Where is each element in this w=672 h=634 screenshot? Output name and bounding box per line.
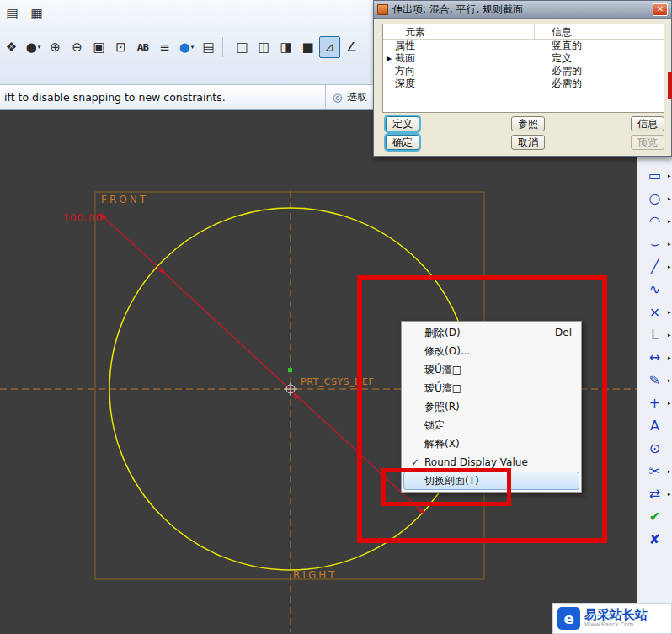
menu-item-explain[interactable]: 解释(X) [403,434,579,453]
dimension-line[interactable] [99,213,425,514]
define-button[interactable]: 定义 [386,116,419,131]
palette-tool-icon[interactable]: ⊙ [638,437,672,460]
dropdown-arrow-icon[interactable]: ▾ [191,44,195,51]
menu-item-modify[interactable]: 修改(O)... [403,342,579,360]
menu-item-garbled-2[interactable]: 瑷Ú澶□ [403,379,579,397]
element-info: 竖直的 [535,40,664,52]
flyout-arrow-icon[interactable]: ▸ [668,354,671,361]
dropdown-arrow-icon[interactable]: ▾ [38,44,41,51]
green-vertex-dot[interactable] [288,368,292,372]
spin-center-icon[interactable]: ❖ [1,36,22,58]
annotation-icon[interactable]: AB [132,36,153,58]
zoom-window-icon[interactable]: ▣ [88,36,109,58]
refit-icon[interactable]: ⊡ [110,36,131,58]
dialog-titlebar[interactable]: 伸出项: 混合, 平行, 规则截面 ✕ [374,1,671,19]
point-tool-icon[interactable]: ×▸ [638,301,672,323]
refs-button[interactable]: 参照 [511,116,545,131]
check-icon: ✓ [406,456,424,468]
cancel-button[interactable]: 取消 [511,135,545,150]
layers-icon[interactable]: ≡ [154,36,175,58]
sketch-page-icon[interactable]: ▤ [2,3,23,24]
line-tool-icon[interactable]: ╱▸ [638,255,672,278]
display-style-icon[interactable]: ▤ [198,36,219,58]
circle-tool-icon[interactable]: ○▸ [638,187,672,210]
menu-item-delete[interactable]: 删除(D) Del [403,323,579,342]
zoom-in-icon[interactable]: ⊕ [45,36,66,58]
element-row[interactable]: 方向 必需的 [383,65,664,77]
rectangle-tool-icon[interactable]: ▭▸ [638,164,672,187]
element-list[interactable]: 元素 信息 属性 竖直的 ▶ 截面 定义 方向 必需的 深度 必需的 [382,24,664,113]
flyout-arrow-icon[interactable]: ▸ [668,400,671,407]
element-name: 截面 [395,52,535,65]
fillet-tool-icon[interactable]: ⌣▸ [638,232,672,255]
menu-item-toggle-section[interactable]: 切换剖面(T) [403,472,579,490]
wireframe-view-icon[interactable]: □ [232,36,253,58]
dimension-value[interactable]: 100.00 [62,212,103,224]
menu-item-label: 瑷Ú澶□ [424,363,572,377]
front-datum-label[interactable]: FRONT [101,194,148,205]
flyout-arrow-icon[interactable]: ▸ [668,491,671,498]
no-hidden-view-icon[interactable]: ◨ [275,36,296,58]
flyout-arrow-icon[interactable]: ▸ [668,173,671,179]
modify-tool-icon[interactable]: ✎▸ [638,369,672,392]
hidden-line-view-icon[interactable]: ◫ [253,36,275,58]
angle-snap-icon[interactable]: ∠ [341,36,362,58]
sketch-view-icon[interactable]: ⊿ [319,36,340,58]
trim-tool-icon[interactable]: ✂▸ [638,460,672,482]
menu-item-references[interactable]: 参照(R) [403,397,579,416]
flyout-arrow-icon[interactable]: ▸ [668,195,671,202]
toolbar-row-1: ▤▦ [2,3,47,24]
flyout-arrow-icon[interactable]: ▸ [668,264,671,270]
zoom-out-icon[interactable]: ⊖ [67,36,88,58]
menu-item-label: 锁定 [424,418,572,433]
row-marker-icon [383,40,395,52]
close-icon[interactable]: ✕ [653,3,668,16]
element-info: 必需的 [535,77,664,90]
spline-tool-icon[interactable]: ∿ [638,278,672,301]
render-sphere-icon[interactable]: ●▾ [23,36,44,58]
done-button-icon[interactable]: ✔ [638,505,672,528]
element-row[interactable]: 深度 必需的 [383,77,664,90]
flyout-arrow-icon[interactable]: ▸ [668,332,671,338]
preview-button: 预览 [631,135,664,150]
right-datum-label[interactable]: RIGHT [293,569,338,581]
toolbar-row-2: ❖●▾⊕⊖▣⊡AB≡●▾▤□◫◨■⊿∠ [1,36,362,58]
menu-item-label: 删除(D) [424,326,555,340]
flyout-arrow-icon[interactable]: ▸ [668,309,671,316]
flyout-arrow-icon[interactable]: ▸ [668,241,671,248]
watermark: e 易采站长站 Www.Easck.Com [552,603,672,634]
blend-feature-dialog: 伸出项: 混合, 平行, 规则截面 ✕ 元素 信息 属性 竖直的 ▶ 截面 定义… [373,0,672,157]
watermark-logo-icon: e [557,607,580,630]
center-marker[interactable] [284,368,300,400]
arc-tool-icon[interactable]: ◠▸ [638,210,672,232]
csys-label[interactable]: PRT_CSYS_DEF [301,376,374,387]
flyout-arrow-icon[interactable]: ▸ [668,218,671,225]
selection-filter-icon[interactable]: ◎ [333,91,342,104]
menu-item-round-display-value[interactable]: ✓ Round Display Value [403,453,579,472]
mirror-tool-icon[interactable]: ⇄▸ [638,482,672,505]
menu-item-label: 瑷Ú澶□ [424,381,572,396]
menu-item-label: 修改(O)... [424,344,572,359]
grid-table-icon[interactable]: ▦ [26,3,47,24]
sketcher-toolbar: ▭▸ ○▸ ◠▸ ⌣▸ ╱▸ ∿ ×▸ L▸ ↔▸ ✎▸ +▸ A ⊙ ✂▸ ⇄… [637,110,672,634]
column-element: 元素 [383,24,535,39]
flyout-arrow-icon[interactable]: ▸ [668,468,671,475]
edge-tool-icon[interactable]: L▸ [638,323,672,346]
element-row[interactable]: ▶ 截面 定义 [383,52,664,65]
element-rows: 属性 竖直的 ▶ 截面 定义 方向 必需的 深度 必需的 [383,40,664,90]
quit-button-icon[interactable]: ✘ [638,528,672,551]
text-tool-icon[interactable]: A [638,414,672,437]
select-label[interactable]: 选取 [347,90,367,104]
menu-item-garbled-1[interactable]: 瑷Ú澶□ [403,360,579,379]
menu-item-lock[interactable]: 锁定 [403,416,579,434]
dimension-tool-icon[interactable]: ↔▸ [638,346,672,369]
shaded-model-icon[interactable]: ■ [297,36,318,58]
watermark-brand: 易采站长站 [584,608,648,622]
flyout-arrow-icon[interactable]: ▸ [668,377,671,384]
info-button[interactable]: 信息 [631,116,664,131]
menu-item-shortcut: Del [555,327,572,338]
ok-button[interactable]: 确定 [386,135,419,150]
shaded-view-icon[interactable]: ●▾ [176,36,197,58]
element-row[interactable]: 属性 竖直的 [383,40,664,52]
constraint-tool-icon[interactable]: +▸ [638,392,672,414]
